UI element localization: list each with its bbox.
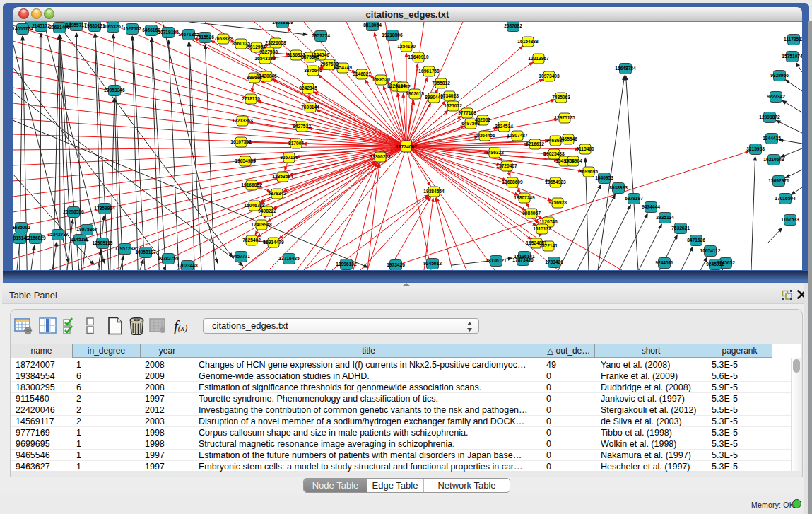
- svg-text:3624534: 3624534: [495, 124, 513, 129]
- svg-text:1362615: 1362615: [406, 91, 424, 96]
- svg-text:5878342: 5878342: [268, 191, 286, 196]
- svg-text:18724007: 18724007: [396, 144, 417, 149]
- svg-text:14055724: 14055724: [13, 26, 33, 31]
- svg-text:9227342: 9227342: [767, 94, 785, 99]
- svg-text:9912954: 9912954: [247, 45, 266, 49]
- svg-text:17016504: 17016504: [775, 196, 796, 201]
- svg-text:9457771: 9457771: [232, 254, 250, 259]
- svg-text:12023448: 12023448: [177, 263, 198, 268]
- svg-text:16210643: 16210643: [763, 157, 784, 162]
- svg-text:19218506: 19218506: [382, 33, 403, 37]
- svg-text:1527602: 1527602: [123, 26, 141, 31]
- svg-text:2718170: 2718170: [242, 96, 260, 101]
- svg-text:15692971: 15692971: [768, 178, 789, 183]
- svg-text:16046788: 16046788: [244, 203, 265, 208]
- svg-text:9498222: 9498222: [258, 209, 276, 214]
- svg-text:9327503: 9327503: [259, 49, 278, 54]
- svg-text:10973493: 10973493: [539, 74, 560, 78]
- svg-text:10782759: 10782759: [158, 256, 179, 261]
- svg-text:19654923: 19654923: [545, 180, 566, 185]
- svg-text:11178511: 11178511: [784, 37, 802, 42]
- svg-text:9465546: 9465546: [559, 136, 577, 141]
- svg-text:9244511: 9244511: [655, 260, 673, 265]
- svg-text:18996132: 18996132: [336, 262, 357, 267]
- svg-text:10807487: 10807487: [507, 133, 528, 138]
- svg-text:15751074: 15751074: [782, 54, 802, 59]
- svg-text:9734028: 9734028: [440, 93, 459, 98]
- svg-text:9756928: 9756928: [548, 200, 567, 205]
- svg-text:2935114: 2935114: [656, 215, 674, 220]
- svg-text:1973426: 1973426: [387, 262, 405, 267]
- svg-text:17873426: 17873426: [512, 257, 534, 262]
- svg-text:9777169: 9777169: [458, 110, 476, 115]
- svg-text:1120746: 1120746: [539, 219, 558, 224]
- svg-text:1254546: 1254546: [311, 52, 329, 57]
- svg-text:1145191: 1145191: [71, 237, 89, 242]
- svg-text:8813054: 8813054: [363, 23, 382, 28]
- svg-text:12505115: 12505115: [93, 240, 113, 245]
- svg-text:12213363: 12213363: [232, 118, 253, 123]
- svg-text:9245012: 9245012: [706, 262, 724, 267]
- svg-text:16033809: 16033809: [272, 22, 293, 25]
- svg-text:989613: 989613: [247, 75, 262, 80]
- svg-text:23226058: 23226058: [265, 40, 286, 45]
- svg-text:1244415: 1244415: [763, 136, 781, 141]
- svg-text:7515526: 7515526: [196, 35, 214, 40]
- svg-text:1167533: 1167533: [781, 217, 799, 222]
- svg-text:9245012: 9245012: [423, 261, 442, 266]
- svg-text:10688609: 10688609: [502, 180, 523, 185]
- svg-text:10719185: 10719185: [158, 30, 179, 35]
- svg-text:7625402: 7625402: [242, 238, 261, 243]
- svg-text:3875645: 3875645: [304, 68, 322, 73]
- svg-text:17957293: 17957293: [114, 246, 136, 251]
- svg-text:1640953: 1640953: [595, 175, 613, 180]
- svg-text:1615132: 1615132: [533, 226, 551, 231]
- svg-text:12409948: 12409948: [251, 222, 272, 227]
- svg-text:19975867: 19975867: [76, 227, 98, 232]
- svg-text:7485063: 7485063: [552, 95, 570, 100]
- svg-text:2145172: 2145172: [32, 23, 50, 28]
- svg-text:6379197: 6379197: [625, 196, 643, 201]
- svg-text:10654112: 10654112: [700, 248, 721, 253]
- svg-text:20206556: 20206556: [63, 209, 84, 214]
- svg-text:16543382: 16543382: [254, 56, 276, 61]
- svg-text:8454749: 8454749: [334, 65, 352, 70]
- svg-text:18807249: 18807249: [514, 195, 535, 200]
- svg-text:1588520: 1588520: [372, 77, 390, 82]
- svg-text:3215958: 3215958: [746, 146, 765, 151]
- svg-text:9242845: 9242845: [299, 86, 317, 90]
- svg-text:1254190: 1254190: [397, 44, 416, 49]
- svg-text:12093872: 12093872: [759, 115, 780, 119]
- svg-text:2522141: 2522141: [539, 243, 558, 248]
- svg-text:1954904: 1954904: [564, 158, 582, 163]
- svg-text:12342737: 12342737: [47, 232, 69, 237]
- svg-text:8938923: 8938923: [609, 185, 628, 190]
- svg-text:7632621: 7632621: [671, 226, 690, 230]
- svg-text:19166852: 19166852: [241, 182, 262, 187]
- svg-text:2687682: 2687682: [504, 23, 522, 28]
- svg-text:8471626: 8471626: [687, 238, 705, 243]
- svg-text:20053346: 20053346: [104, 88, 125, 93]
- svg-text:18640910: 18640910: [408, 54, 429, 59]
- svg-text:203712: 203712: [395, 84, 411, 89]
- svg-text:18136121: 18136121: [486, 258, 507, 263]
- svg-text:9329966: 9329966: [770, 73, 789, 78]
- svg-text:9084067: 9084067: [522, 211, 541, 216]
- svg-text:16154838: 16154838: [517, 39, 539, 44]
- svg-text:7955812: 7955812: [432, 81, 450, 86]
- svg-text:9115460: 9115460: [576, 146, 594, 151]
- svg-text:12975125: 12975125: [554, 115, 575, 120]
- svg-text:7663822: 7663822: [214, 36, 233, 41]
- svg-text:20364456: 20364456: [474, 133, 495, 138]
- svg-text:7857274: 7857274: [312, 33, 330, 38]
- svg-text:15720407: 15720407: [496, 163, 517, 168]
- svg-text:10958137: 10958137: [135, 250, 156, 255]
- svg-text:16961758: 16961758: [418, 69, 440, 74]
- svg-text:12353594: 12353594: [272, 174, 293, 179]
- svg-text:10653267: 10653267: [102, 24, 124, 29]
- svg-text:3267130: 3267130: [280, 155, 298, 160]
- svg-text:1733426: 1733426: [545, 259, 563, 264]
- svg-text:13716485: 13716485: [278, 256, 300, 261]
- svg-text:12213967: 12213967: [528, 56, 549, 61]
- svg-text:9474444: 9474444: [642, 204, 660, 209]
